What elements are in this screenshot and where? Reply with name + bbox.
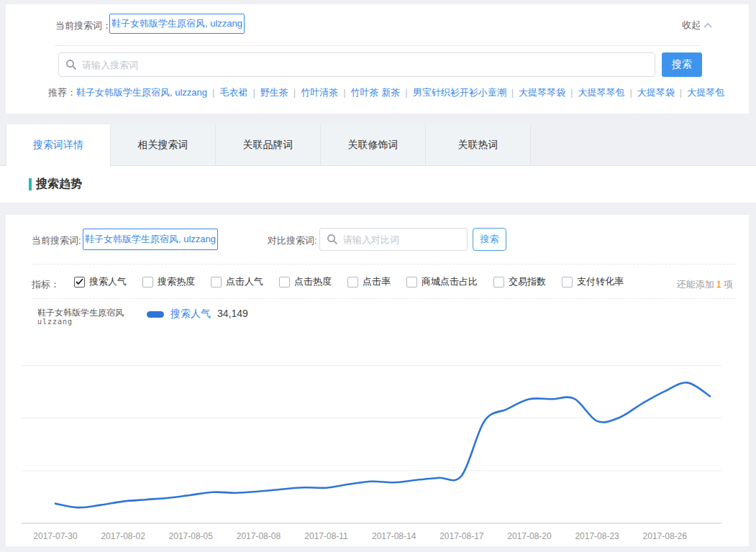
- trend-line-series: [55, 382, 710, 507]
- compare-search-button[interactable]: 搜索: [473, 228, 506, 251]
- x-axis-label: 2017-07-30: [33, 531, 78, 541]
- metric-label: 点击率: [363, 275, 391, 288]
- x-axis-label: 2017-08-05: [169, 531, 214, 541]
- tab-1[interactable]: 搜索词详情: [6, 124, 111, 166]
- recommend-term-link[interactable]: 竹叶清茶: [301, 87, 338, 98]
- compare-input-wrap: [319, 228, 468, 251]
- page: 当前搜索词： 鞋子女韩版学生原宿风, ulzzang 收起 搜索 推荐：鞋子女韩…: [0, 0, 756, 552]
- metric-checkbox-1[interactable]: 搜索人气: [74, 275, 127, 288]
- x-axis-label: 2017-08-02: [101, 531, 145, 541]
- add-more-suffix: 项: [724, 279, 733, 290]
- metric-checkbox-7[interactable]: 交易指数: [493, 275, 546, 288]
- separator: |: [511, 87, 514, 98]
- separator: |: [343, 87, 345, 98]
- recommend-term-link[interactable]: 大提琴琴包: [578, 87, 624, 98]
- checkbox-unchecked[interactable]: [211, 277, 222, 288]
- search-term-panel: 当前搜索词： 鞋子女韩版学生原宿风, ulzzang 收起 搜索 推荐：鞋子女韩…: [6, 4, 749, 114]
- compare-input[interactable]: [319, 228, 468, 251]
- collapse-label: 收起: [682, 19, 701, 32]
- checkbox-unchecked[interactable]: [347, 277, 358, 288]
- recommend-term-link[interactable]: 鞋子女韩版学生原宿风, ulzzang: [76, 87, 207, 98]
- x-axis-label: 2017-08-14: [372, 531, 416, 541]
- legend-line-marker: [147, 311, 164, 318]
- recommend-term-link[interactable]: 野生茶: [260, 87, 288, 98]
- search-icon: [65, 59, 77, 70]
- checkbox-checked[interactable]: [74, 277, 85, 288]
- separator: |: [293, 87, 296, 98]
- recommend-term-link[interactable]: 竹叶茶 新茶: [351, 87, 401, 98]
- checkbox-unchecked[interactable]: [406, 277, 417, 288]
- recommend-term-link[interactable]: 大提琴包: [687, 87, 724, 98]
- recommend-label: 推荐：: [48, 87, 76, 98]
- checkmark-icon: [76, 278, 83, 285]
- trend-current-term-label: 当前搜索词:: [32, 234, 81, 247]
- separator: |: [405, 87, 407, 98]
- x-axis-label: 2017-08-17: [440, 531, 484, 541]
- separator: |: [252, 87, 255, 98]
- search-icon: [327, 234, 338, 245]
- metric-label: 搜索热度: [158, 275, 195, 288]
- recommend-term-link[interactable]: 大提琴袋: [637, 87, 675, 98]
- x-axis-label: 2017-08-11: [304, 531, 348, 541]
- metrics-row: 搜索人气搜索热度点击人气点击热度点击率商城点击占比交易指数支付转化率: [74, 275, 624, 288]
- metric-checkbox-5[interactable]: 点击率: [347, 275, 391, 288]
- tab-bar: 搜索词详情相关搜索词关联品牌词关联修饰词关联热词: [0, 124, 756, 166]
- add-more-hint: 还能添加1项: [677, 278, 733, 291]
- current-term-chip[interactable]: 鞋子女韩版学生原宿风, ulzzang: [109, 14, 245, 34]
- add-more-prefix: 还能添加: [677, 279, 714, 290]
- metric-label: 搜索人气: [89, 275, 127, 288]
- separator: |: [629, 87, 632, 98]
- chevron-up-icon: [703, 22, 712, 28]
- checkbox-unchecked[interactable]: [142, 277, 153, 288]
- recommend-term-link[interactable]: 毛衣裙: [219, 87, 247, 98]
- tab-5[interactable]: 关联热词: [426, 124, 531, 165]
- collapse-toggle[interactable]: 收起: [682, 19, 712, 32]
- search-trend-panel: 当前搜索词: 鞋子女韩版学生原宿风, ulzzang 对比搜索词: 搜索 指标：…: [6, 215, 749, 546]
- separator: |: [212, 87, 214, 98]
- current-term-label: 当前搜索词：: [55, 19, 111, 32]
- recommend-term-link[interactable]: 大提琴琴袋: [519, 87, 565, 98]
- metric-checkbox-2[interactable]: 搜索热度: [142, 275, 195, 288]
- checkbox-unchecked[interactable]: [279, 277, 290, 288]
- x-axis-label: 2017-08-26: [643, 531, 688, 541]
- legend-metric-label: 搜索人气: [170, 308, 211, 321]
- tab-3[interactable]: 关联品牌词: [216, 124, 321, 165]
- x-axis-label: 2017-08-23: [575, 531, 619, 541]
- search-button[interactable]: 搜索: [662, 52, 702, 77]
- metric-label: 点击热度: [294, 275, 332, 288]
- metric-label: 支付转化率: [577, 275, 624, 288]
- checkbox-unchecked[interactable]: [493, 277, 504, 288]
- trend-line-chart[interactable]: 2017-07-302017-08-022017-08-052017-08-08…: [22, 338, 723, 543]
- x-axis-label: 2017-08-08: [237, 531, 281, 541]
- recommend-row: 推荐：鞋子女韩版学生原宿风, ulzzang|毛衣裙|野生茶|竹叶清茶|竹叶茶 …: [48, 86, 727, 99]
- section-accent-bar: [29, 178, 32, 190]
- checkbox-unchecked[interactable]: [562, 277, 573, 288]
- metric-label: 商城点击占比: [422, 275, 478, 288]
- metric-checkbox-3[interactable]: 点击人气: [211, 275, 263, 288]
- page-title: 搜索趋势: [36, 177, 82, 192]
- metric-checkbox-8[interactable]: 支付转化率: [562, 275, 624, 288]
- dotted-divider: [55, 45, 701, 46]
- metric-label: 交易指数: [509, 275, 546, 288]
- divider: [32, 264, 736, 264]
- trend-current-term-chip[interactable]: 鞋子女韩版学生原宿风, ulzzang: [83, 229, 218, 250]
- x-axis-label: 2017-08-20: [507, 531, 552, 541]
- metrics-label: 指标：: [32, 278, 60, 291]
- separator: |: [680, 87, 682, 98]
- metric-label: 点击人气: [226, 275, 263, 288]
- search-input[interactable]: [58, 52, 655, 77]
- metric-checkbox-6[interactable]: 商城点击占比: [406, 275, 478, 288]
- tab-2[interactable]: 相关搜索词: [111, 124, 216, 165]
- legend-metric-value: 34,149: [217, 308, 248, 319]
- add-more-count: 1: [716, 279, 721, 290]
- divider: [32, 298, 736, 299]
- chart-legend: 鞋子女韩版学生原宿风 ulzzang 搜索人气 34,149: [37, 308, 248, 326]
- metric-checkbox-4[interactable]: 点击热度: [279, 275, 332, 288]
- legend-series-name: 鞋子女韩版学生原宿风 ulzzang: [37, 308, 147, 326]
- section-header: 搜索趋势: [0, 166, 756, 203]
- compare-term-label: 对比搜索词:: [268, 234, 317, 247]
- recommend-term-link[interactable]: 男宝针织衫开衫小童潮: [413, 87, 506, 98]
- tab-4[interactable]: 关联修饰词: [321, 124, 426, 165]
- separator: |: [570, 87, 573, 98]
- search-input-wrap: [58, 52, 655, 77]
